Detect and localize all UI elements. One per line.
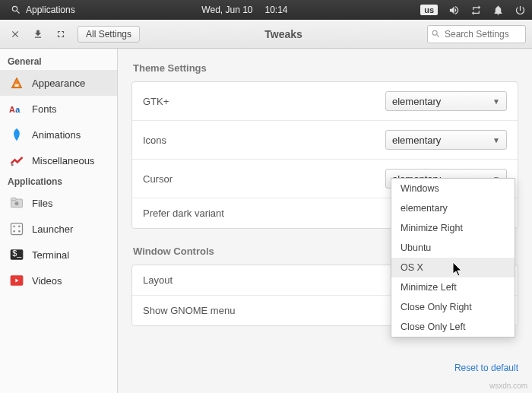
row-gtk: GTK+ elementary ▼: [132, 82, 518, 121]
label-gtk: GTK+: [143, 96, 385, 107]
breadcrumb[interactable]: All Settings: [78, 28, 140, 40]
label-icons: Icons: [143, 135, 385, 146]
sidebar-header-applications: Applications: [0, 173, 117, 190]
combo-value: elementary: [392, 96, 441, 107]
label-cursor: Cursor: [143, 173, 385, 185]
sidebar-item-label: Animations: [32, 129, 81, 141]
animations-icon: [9, 127, 24, 142]
volume-icon: [448, 5, 460, 16]
svg-point-10: [18, 225, 21, 227]
panel-time: 10:14: [265, 5, 288, 15]
sidebar-item-label: Launcher: [32, 223, 73, 235]
terminal-icon: $_: [9, 247, 24, 262]
sidebar: General Appearance Aa Fonts Animations M…: [0, 49, 118, 393]
maximize-button[interactable]: [52, 25, 70, 43]
sidebar-item-fonts[interactable]: Aa Fonts: [0, 96, 117, 122]
svg-text:a: a: [15, 105, 21, 114]
session-indicator[interactable]: [515, 5, 526, 16]
svg-point-7: [15, 201, 19, 205]
clock[interactable]: Wed, Jun 10 10:14: [201, 5, 287, 15]
sidebar-header-general: General: [0, 53, 117, 70]
svg-text:A: A: [9, 105, 15, 114]
breadcrumb-all-settings[interactable]: All Settings: [78, 26, 140, 43]
chevron-down-icon: ▼: [492, 97, 500, 106]
sound-indicator[interactable]: [448, 5, 460, 16]
dropdown-item-ubuntu[interactable]: Ubuntu: [391, 238, 515, 258]
layout-dropdown[interactable]: Windows elementary Minimize Right Ubuntu…: [391, 178, 515, 338]
sidebar-item-terminal[interactable]: $_ Terminal: [0, 242, 117, 268]
download-button[interactable]: [29, 25, 47, 43]
sidebar-item-label: Fonts: [32, 103, 57, 115]
search-input[interactable]: [427, 25, 526, 43]
videos-icon: [9, 273, 24, 288]
dropdown-item-elementary[interactable]: elementary: [391, 198, 515, 218]
sidebar-item-animations[interactable]: Animations: [0, 122, 117, 147]
svg-point-12: [18, 230, 21, 233]
fonts-icon: Aa: [9, 101, 24, 116]
sidebar-item-label: Files: [32, 198, 52, 209]
dropdown-item-close-only-right[interactable]: Close Only Right: [391, 297, 515, 317]
dropdown-item-osx[interactable]: OS X: [391, 258, 515, 277]
keyboard-indicator[interactable]: us: [420, 5, 438, 15]
sidebar-item-miscellaneous[interactable]: Miscellaneous: [0, 147, 117, 173]
top-panel: Applications Wed, Jun 10 10:14 us: [0, 0, 532, 20]
network-icon: [470, 5, 482, 16]
power-icon: [515, 5, 526, 16]
sidebar-item-files[interactable]: Files: [0, 190, 117, 216]
section-theme-settings: Theme Settings: [133, 62, 518, 74]
panel-date: Wed, Jun 10: [201, 5, 252, 15]
sidebar-item-videos[interactable]: Videos: [0, 268, 117, 293]
applications-label: Applications: [26, 5, 75, 15]
sidebar-item-launcher[interactable]: Launcher: [0, 216, 117, 242]
appearance-icon: [9, 75, 24, 90]
dropdown-item-windows[interactable]: Windows: [391, 179, 515, 198]
search-box[interactable]: [427, 25, 526, 43]
search-icon: [11, 5, 21, 15]
dropdown-item-minimize-left[interactable]: Minimize Left: [391, 277, 515, 297]
row-icons: Icons elementary ▼: [132, 121, 518, 160]
svg-rect-8: [11, 223, 23, 235]
combo-value: elementary: [392, 135, 441, 146]
sidebar-item-label: Appearance: [32, 78, 85, 89]
sidebar-item-label: Miscellaneous: [32, 155, 94, 166]
sidebar-item-label: Terminal: [32, 249, 69, 261]
expand-icon: [55, 29, 66, 40]
applications-menu[interactable]: Applications: [6, 3, 80, 17]
page-title: Tweaks: [144, 28, 423, 40]
combo-gtk[interactable]: elementary ▼: [385, 91, 507, 111]
svg-rect-6: [11, 198, 17, 200]
misc-icon: [9, 153, 24, 168]
files-icon: [9, 195, 24, 211]
search-icon: [431, 29, 441, 41]
network-indicator[interactable]: [470, 5, 482, 16]
dropdown-item-close-only-left[interactable]: Close Only Left: [391, 317, 515, 337]
notifications-indicator[interactable]: [492, 5, 504, 16]
download-icon: [33, 29, 43, 40]
sidebar-item-label: Videos: [32, 275, 62, 287]
window-toolbar: All Settings Tweaks: [0, 20, 532, 49]
reset-link[interactable]: Reset to default: [454, 363, 518, 373]
chevron-down-icon: ▼: [492, 136, 500, 144]
close-icon: [10, 29, 21, 40]
svg-text:$_: $_: [12, 249, 22, 258]
svg-rect-1: [15, 84, 19, 87]
dropdown-item-minimize-right[interactable]: Minimize Right: [391, 218, 515, 238]
bell-icon: [492, 5, 504, 16]
svg-point-4: [11, 163, 14, 166]
watermark: wsxdn.com: [489, 382, 527, 390]
svg-point-11: [13, 230, 15, 233]
svg-point-9: [13, 225, 15, 227]
close-button[interactable]: [6, 25, 24, 43]
sidebar-item-appearance[interactable]: Appearance: [0, 70, 117, 96]
launcher-icon: [9, 221, 24, 236]
combo-icons[interactable]: elementary ▼: [385, 130, 507, 150]
